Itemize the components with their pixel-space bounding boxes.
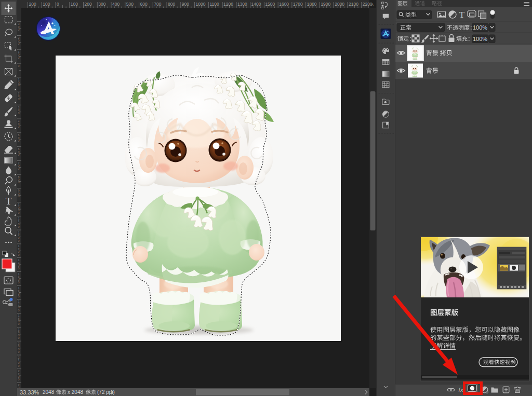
svg-text:100%: 100% — [473, 24, 487, 31]
svg-text:100%: 100% — [473, 36, 487, 42]
svg-text:T: T — [459, 10, 465, 20]
